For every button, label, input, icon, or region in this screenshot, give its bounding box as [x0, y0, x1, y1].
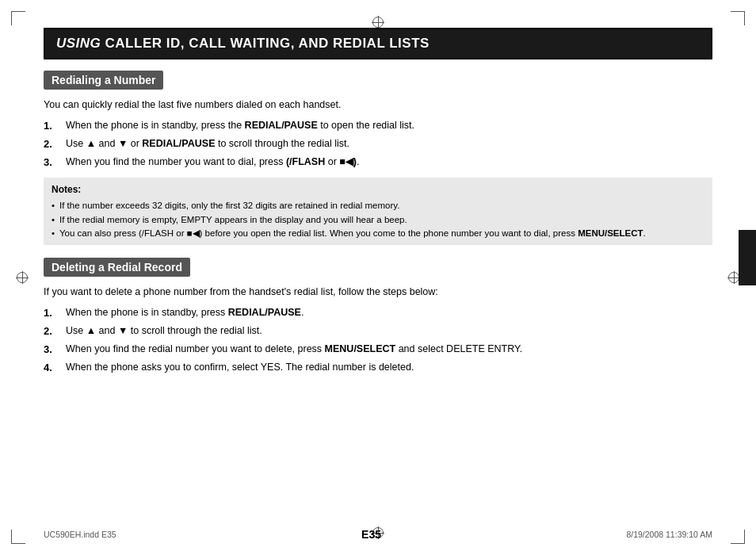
- note-2: If the redial memory is empty, EMPTY app…: [52, 213, 704, 227]
- step2-text-2: Use ▲ and ▼ to scroll through the redial…: [66, 324, 262, 339]
- step-text-2: Use ▲ and ▼ or REDIAL/PAUSE to scroll th…: [66, 137, 349, 151]
- step-num-1: 1.: [44, 119, 66, 133]
- step-2-3: 3. When you find the redial number you w…: [44, 343, 712, 357]
- section1-intro: You can quickly redial the last five num…: [44, 98, 712, 113]
- title-using: USING: [56, 36, 101, 51]
- step2-text-1: When the phone is in standby, press REDI…: [66, 306, 304, 320]
- step2-num-3: 3.: [44, 343, 66, 357]
- step-1-1: 1. When the phone is in standby, press t…: [44, 119, 712, 133]
- step-2-1: 1. When the phone is in standby, press R…: [44, 306, 712, 320]
- step2-num-1: 1.: [44, 306, 66, 320]
- step-1-2: 2. Use ▲ and ▼ or REDIAL/PAUSE to scroll…: [44, 137, 712, 151]
- section-redialing: Redialing a Number You can quickly redia…: [44, 71, 712, 245]
- step-2-2: 2. Use ▲ and ▼ to scroll through the red…: [44, 324, 712, 339]
- corner-mark-tl: [11, 11, 25, 25]
- section-deleting: Deleting a Redial Record If you want to …: [44, 258, 712, 376]
- crosshair-top: [372, 16, 384, 29]
- main-content: USING CALLER ID, CALL WAITING, AND REDIA…: [44, 28, 712, 511]
- black-sidebar-tab: [739, 230, 756, 285]
- section2-header: Deleting a Redial Record: [44, 258, 190, 277]
- note-3: You can also press (/FLASH or ■◀) before…: [52, 227, 704, 240]
- step2-text-3: When you find the redial number you want…: [66, 343, 522, 357]
- step2-num-2: 2.: [44, 324, 66, 339]
- step2-text-4: When the phone asks you to confirm, sele…: [66, 361, 414, 375]
- note-1: If the number exceeds 32 digits, only th…: [52, 199, 704, 212]
- notes-box: Notes: If the number exceeds 32 digits, …: [44, 178, 712, 245]
- step-text-3: When you find the number you want to dia…: [66, 155, 360, 170]
- step-text-1: When the phone is in standby, press the …: [66, 119, 414, 133]
- crosshair-left: [16, 271, 29, 284]
- step2-num-4: 4.: [44, 361, 66, 375]
- section1-header: Redialing a Number: [44, 71, 163, 90]
- footer-right: 8/19/2008 11:39:10 AM: [626, 530, 712, 539]
- section2-steps: 1. When the phone is in standby, press R…: [44, 306, 712, 376]
- step-num-2: 2.: [44, 137, 66, 151]
- notes-label: Notes:: [52, 182, 704, 197]
- page-title: USING CALLER ID, CALL WAITING, AND REDIA…: [44, 28, 712, 59]
- notes-list: If the number exceeds 32 digits, only th…: [52, 199, 704, 240]
- page-number: E35: [116, 528, 627, 541]
- step-1-3: 3. When you find the number you want to …: [44, 155, 712, 170]
- corner-mark-tr: [731, 11, 745, 25]
- footer: UC590EH.indd E35 E35 8/19/2008 11:39:10 …: [0, 528, 756, 541]
- footer-left: UC590EH.indd E35: [44, 530, 116, 539]
- step-2-4: 4. When the phone asks you to confirm, s…: [44, 361, 712, 375]
- step-num-3: 3.: [44, 155, 66, 170]
- section2-intro: If you want to delete a phone number fro…: [44, 285, 712, 300]
- title-rest: CALLER ID, CALL WAITING, AND REDIAL LIST…: [101, 36, 430, 51]
- section1-steps: 1. When the phone is in standby, press t…: [44, 119, 712, 170]
